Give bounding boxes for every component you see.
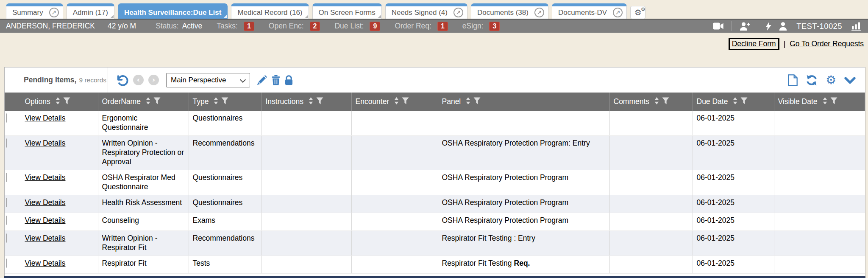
tab[interactable]: Health Surveillance:Due List — [118, 3, 228, 19]
divider — [758, 21, 758, 31]
filter-funnel-icon[interactable] — [473, 97, 481, 107]
filter-funnel-icon[interactable] — [316, 97, 323, 107]
bar-chart-icon[interactable] — [851, 22, 862, 31]
tab[interactable]: On Screen Forms — [312, 3, 382, 19]
decline-form-link[interactable]: Decline Form — [729, 38, 779, 50]
due-date-cell: 06-01-2025 — [693, 136, 774, 170]
sort-icon[interactable] — [309, 97, 313, 107]
sort-icon[interactable] — [654, 97, 659, 107]
counter-badge[interactable]: 1 — [437, 22, 448, 31]
filter-funnel-icon[interactable] — [830, 97, 837, 107]
row-select-cell — [5, 136, 21, 170]
column-header[interactable]: Comments — [609, 93, 693, 111]
counter-badge[interactable]: 1 — [244, 22, 254, 31]
tab[interactable]: Documents (38) ↗ — [471, 3, 548, 19]
lock-icon[interactable] — [285, 75, 293, 85]
horizontal-scrollbar[interactable] — [4, 276, 865, 278]
collapse-chevron-icon[interactable] — [844, 77, 856, 84]
row-checkbox[interactable] — [6, 138, 7, 148]
view-details-link[interactable]: View Details — [25, 216, 66, 225]
sort-icon[interactable] — [146, 97, 150, 107]
counter-badge[interactable]: 2 — [310, 22, 320, 31]
tab[interactable]: Needs Signed (4) ↗ — [385, 3, 467, 19]
pending-items-grid: Pending Items, 9 records ‹ › Main Perspe… — [4, 67, 865, 278]
view-details-link[interactable]: View Details — [25, 198, 66, 207]
encounter-cell — [351, 136, 438, 170]
options-cell: View Details — [21, 256, 98, 274]
sort-icon[interactable] — [394, 97, 399, 107]
column-header[interactable]: Due Date — [693, 93, 774, 111]
view-details-link[interactable]: View Details — [25, 234, 66, 242]
filter-funnel-icon[interactable] — [63, 97, 70, 107]
filter-funnel-icon[interactable] — [662, 97, 669, 107]
view-details-link[interactable]: View Details — [25, 173, 66, 182]
refresh-icon[interactable] — [806, 74, 818, 86]
open-new-window-icon[interactable]: ↗ — [49, 8, 59, 17]
column-header[interactable]: Encounter — [351, 93, 438, 111]
next-perspective-button[interactable]: › — [148, 75, 159, 85]
column-header[interactable]: OrderName — [98, 93, 189, 111]
counter: Due List: 9 — [334, 22, 380, 31]
column-header[interactable]: Instructions — [262, 93, 351, 111]
tab[interactable]: Admin (17) — [67, 3, 114, 19]
filter-funnel-icon[interactable] — [740, 97, 748, 107]
tab-label: Summary — [6, 7, 49, 19]
sort-icon[interactable] — [466, 97, 470, 107]
view-details-link[interactable]: View Details — [25, 259, 66, 267]
tab[interactable]: Summary ↗ — [6, 3, 63, 19]
row-checkbox[interactable] — [6, 258, 7, 268]
lightning-icon[interactable] — [766, 22, 771, 31]
record-count: 9 records — [79, 76, 106, 84]
sort-icon[interactable] — [733, 97, 737, 107]
column-header[interactable]: Type — [189, 93, 262, 111]
tab-settings-button[interactable]: ⚙⚙ — [630, 6, 645, 19]
type-cell: Recommendations — [189, 136, 262, 170]
banner-actions: TEST-10025 — [713, 21, 862, 31]
previous-perspective-button[interactable]: ‹ — [133, 75, 144, 85]
filter-funnel-icon[interactable] — [221, 97, 228, 107]
undo-icon[interactable] — [116, 74, 128, 86]
row-checkbox[interactable] — [6, 173, 7, 182]
video-camera-icon[interactable] — [713, 22, 724, 30]
tab[interactable]: Medical Record (16) — [231, 3, 309, 19]
tab[interactable]: Documents-DV ↗ — [552, 3, 627, 19]
counter-badge[interactable]: 9 — [370, 22, 380, 31]
sort-icon[interactable] — [56, 97, 60, 107]
column-header[interactable]: Options — [21, 93, 98, 111]
open-new-window-icon[interactable]: ↗ — [534, 8, 544, 17]
settings-gear-icon[interactable]: ⚙ — [826, 75, 836, 86]
comments-cell — [609, 256, 693, 274]
new-document-icon[interactable] — [788, 74, 798, 86]
delete-trash-icon[interactable] — [272, 75, 280, 85]
open-new-window-icon[interactable]: ↗ — [613, 8, 623, 17]
row-checkbox[interactable] — [6, 216, 7, 225]
go-to-order-requests-link[interactable]: Go To Order Requests — [790, 39, 864, 48]
action-links: Decline Form | Go To Order Requests — [729, 38, 864, 50]
visible-date-cell — [774, 195, 865, 213]
due-date-cell: 06-01-2025 — [693, 213, 774, 231]
open-new-window-icon[interactable]: ↗ — [453, 8, 463, 17]
order-name-cell: Health Risk Assessment — [98, 195, 189, 213]
row-checkbox[interactable] — [6, 198, 7, 207]
filter-funnel-icon[interactable] — [402, 97, 409, 107]
row-checkbox[interactable] — [6, 113, 7, 123]
view-details-link[interactable]: View Details — [25, 139, 66, 147]
sort-icon[interactable] — [214, 97, 218, 107]
column-header[interactable]: Panel — [438, 93, 609, 111]
edit-pencil-icon[interactable] — [257, 75, 267, 85]
column-header[interactable]: Visible Date — [774, 93, 865, 111]
column-header-label: Type — [193, 97, 209, 106]
comments-cell — [609, 213, 693, 231]
type-cell: Exams — [189, 213, 262, 231]
add-person-icon[interactable] — [740, 22, 750, 31]
counter-badge[interactable]: 3 — [489, 22, 500, 31]
sort-icon[interactable] — [823, 97, 827, 107]
type-cell: Tests — [189, 256, 262, 274]
filter-funnel-icon[interactable] — [153, 97, 161, 107]
perspective-select[interactable]: Main Perspective — [166, 73, 250, 87]
counter-label: Tasks: — [217, 22, 238, 31]
user-icon — [779, 22, 787, 31]
view-details-link[interactable]: View Details — [25, 114, 66, 122]
row-checkbox[interactable] — [6, 233, 7, 243]
tab-label: Health Surveillance:Due List — [118, 7, 228, 19]
